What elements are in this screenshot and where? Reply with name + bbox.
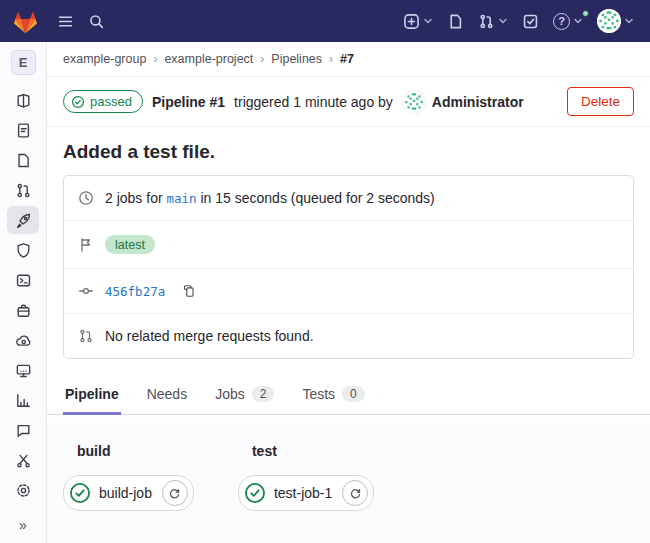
breadcrumb-group-link[interactable]: example-group	[63, 52, 146, 66]
sidebar-item-build-rocket-icon[interactable]	[7, 206, 39, 234]
tab-pipeline[interactable]: Pipeline	[63, 377, 121, 415]
latest-badge: latest	[105, 235, 155, 254]
job-success-icon	[69, 482, 91, 504]
retry-job-button[interactable]	[342, 480, 368, 506]
whats-new-dot	[582, 10, 589, 17]
page-title: Added a test file.	[47, 127, 650, 173]
breadcrumb-separator: ›	[329, 52, 333, 66]
copy-commit-button[interactable]	[182, 284, 196, 298]
breadcrumb-separator: ›	[260, 52, 264, 66]
gitlab-logo-icon[interactable]	[12, 9, 39, 34]
status-badge-label: passed	[90, 94, 132, 109]
tests-count-badge: 0	[342, 386, 365, 402]
breadcrumb-pipelines-link[interactable]: Pipelines	[271, 52, 322, 66]
merge-request-icon	[78, 328, 94, 344]
project-avatar[interactable]: E	[11, 50, 36, 75]
jobs-count-text: 2 jobs for	[105, 190, 163, 206]
create-new-menu[interactable]	[399, 9, 437, 34]
latest-row: latest	[64, 220, 633, 268]
author-avatar	[402, 90, 426, 114]
left-sidebar: E	[0, 42, 47, 543]
commit-icon	[78, 283, 94, 299]
tab-label: Pipeline	[65, 386, 119, 402]
sidebar-item-cube-icon[interactable]	[7, 86, 39, 114]
retry-icon	[168, 487, 181, 500]
sidebar-item-bar-chart-icon[interactable]	[7, 386, 39, 414]
stage-name: test	[252, 443, 374, 459]
sidebar-item-cloud-gear-icon[interactable]	[7, 326, 39, 354]
retry-job-button[interactable]	[162, 480, 188, 506]
help-menu[interactable]: ?	[549, 9, 587, 34]
merge-request-icon	[478, 13, 495, 30]
pipeline-tabs: Pipeline Needs Jobs 2 Tests 0	[47, 377, 650, 415]
chevron-down-icon	[624, 16, 634, 26]
sidebar-item-package-icon[interactable]	[7, 296, 39, 324]
job-pill-test-job-1[interactable]: test-job-1	[238, 475, 374, 511]
status-badge: passed	[63, 90, 143, 113]
user-menu[interactable]	[593, 5, 638, 37]
copy-icon	[182, 284, 196, 298]
todo-list-icon[interactable]	[518, 9, 543, 34]
merge-requests-menu[interactable]	[474, 9, 512, 34]
retry-icon	[349, 487, 362, 500]
commit-sha-link[interactable]: 456fb27a	[105, 284, 165, 299]
breadcrumb-separator: ›	[153, 52, 157, 66]
issues-icon[interactable]	[443, 9, 468, 34]
pipeline-status-bar: passed Pipeline #1 triggered 1 minute ag…	[47, 77, 650, 127]
top-navigation-bar: ?	[0, 0, 650, 42]
duration-row: 2 jobs for main in 15 seconds (queued fo…	[64, 176, 633, 220]
job-name: test-job-1	[274, 485, 334, 501]
job-name: build-job	[99, 485, 154, 501]
sidebar-item-scissors-icon[interactable]	[7, 446, 39, 474]
flag-icon	[78, 237, 94, 253]
delete-button[interactable]: Delete	[567, 87, 634, 116]
sidebar-collapse-icon[interactable]: »	[0, 517, 46, 533]
jobs-count-badge: 2	[252, 386, 275, 402]
tab-label: Needs	[147, 386, 187, 402]
job-success-icon	[244, 482, 266, 504]
sidebar-item-terminal-icon[interactable]	[7, 266, 39, 294]
tab-needs[interactable]: Needs	[145, 377, 189, 415]
commit-row: 456fb27a	[64, 268, 633, 313]
user-avatar	[597, 9, 621, 33]
chevron-down-icon	[498, 16, 508, 26]
breadcrumb: example-group › example-project › Pipeli…	[47, 42, 650, 77]
breadcrumb-project-link[interactable]: example-project	[164, 52, 253, 66]
search-icon[interactable]	[84, 9, 109, 34]
triggered-text: triggered 1 minute ago by	[234, 94, 393, 110]
main-content: example-group › example-project › Pipeli…	[47, 42, 650, 543]
hamburger-menu-icon[interactable]	[53, 9, 78, 34]
merge-requests-row: No related merge requests found.	[64, 313, 633, 358]
sidebar-item-document-icon[interactable]	[7, 116, 39, 144]
tab-label: Jobs	[215, 386, 245, 402]
pipeline-number: Pipeline #1	[152, 94, 225, 110]
branch-link[interactable]: main	[166, 191, 196, 206]
help-icon: ?	[553, 13, 570, 30]
stage-test: test test-job-1	[238, 443, 374, 511]
sidebar-item-shield-icon[interactable]	[7, 236, 39, 264]
merge-requests-text: No related merge requests found.	[105, 328, 314, 344]
chevron-down-icon	[573, 16, 583, 26]
pipeline-graph: build build-job test	[47, 423, 650, 543]
tab-label: Tests	[302, 386, 335, 402]
sidebar-item-branch-icon[interactable]	[7, 176, 39, 204]
breadcrumb-current-page: #7	[340, 52, 354, 66]
stage-name: build	[77, 443, 194, 459]
sidebar-item-gear-icon[interactable]	[7, 476, 39, 504]
sidebar-item-monitor-icon[interactable]	[7, 356, 39, 384]
plus-icon	[403, 13, 420, 30]
duration-detail-text: in 15 seconds (queued for 2 seconds)	[200, 190, 434, 206]
clock-icon	[78, 190, 94, 206]
tab-jobs[interactable]: Jobs 2	[213, 377, 276, 415]
check-circle-icon	[71, 95, 85, 109]
sidebar-item-tag-icon[interactable]	[7, 146, 39, 174]
author-name: Administrator	[432, 94, 524, 110]
tab-tests[interactable]: Tests 0	[300, 377, 366, 415]
pipeline-summary-card: 2 jobs for main in 15 seconds (queued fo…	[63, 175, 634, 359]
chevron-down-icon	[423, 16, 433, 26]
stage-build: build build-job	[63, 443, 194, 511]
duration-text: 2 jobs for main in 15 seconds (queued fo…	[105, 190, 435, 206]
author[interactable]: Administrator	[402, 90, 524, 114]
job-pill-build-job[interactable]: build-job	[63, 475, 194, 511]
sidebar-item-comment-icon[interactable]	[7, 416, 39, 444]
